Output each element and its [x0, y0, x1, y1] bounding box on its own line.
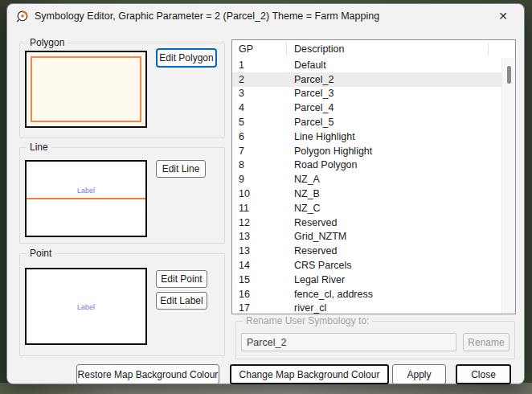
- close-icon[interactable]: ✕: [492, 7, 514, 25]
- scrollbar-thumb[interactable]: [507, 66, 511, 84]
- row-gp-cell: 7: [232, 146, 288, 157]
- row-gp-cell: 9: [232, 174, 288, 185]
- rename-input[interactable]: [241, 333, 456, 351]
- symbology-list[interactable]: GP Description 1 Default 2 Parcel_2 3 Pa…: [231, 39, 516, 314]
- table-row[interactable]: 11 NZ_C: [232, 201, 501, 215]
- row-description-cell: NZ_B: [288, 188, 501, 199]
- edit-point-button[interactable]: Edit Point: [156, 270, 207, 288]
- line-preview: Label: [25, 160, 147, 237]
- row-description-cell: Parcel_2: [288, 74, 501, 85]
- row-gp-cell: 5: [232, 117, 288, 128]
- rename-group-label: Rename User Symbology to:: [243, 315, 372, 326]
- row-description-cell: Legal River: [288, 274, 501, 285]
- window-title: Symbology Editor, Graphic Parameter = 2 …: [35, 4, 379, 28]
- line-symbol-swatch: [27, 198, 145, 199]
- apply-button[interactable]: Apply: [392, 364, 446, 384]
- point-group-label: Point: [27, 248, 55, 259]
- table-row[interactable]: 6 Line Highlight: [232, 129, 501, 144]
- row-gp-cell: 10: [232, 188, 288, 199]
- row-description-cell: Default: [288, 60, 501, 71]
- titlebar: Symbology Editor, Graphic Parameter = 2 …: [7, 4, 524, 28]
- polygon-preview: [25, 51, 147, 128]
- table-row[interactable]: 13 Reserved: [232, 244, 501, 258]
- row-gp-cell: 12: [232, 217, 288, 228]
- close-button[interactable]: Close: [456, 364, 511, 384]
- row-description-cell: NZ_A: [288, 174, 501, 185]
- table-row[interactable]: 7 Polygon Highlight: [232, 144, 501, 158]
- column-header-gp[interactable]: GP: [239, 40, 253, 58]
- row-description-cell: Line Highlight: [288, 131, 501, 142]
- row-gp-cell: 1: [232, 60, 288, 71]
- row-description-cell: Parcel_4: [288, 102, 501, 113]
- table-row[interactable]: 16 fence_cl, address: [232, 287, 501, 302]
- app-icon: [15, 10, 29, 23]
- table-row[interactable]: 12 Reserved: [232, 215, 501, 230]
- change-map-background-colour-button[interactable]: Change Map Background Colour: [230, 364, 389, 384]
- column-divider: [488, 43, 489, 55]
- row-gp-cell: 14: [232, 260, 288, 271]
- point-preview: Label: [25, 268, 147, 345]
- rename-group: Rename User Symbology to: Rename: [235, 321, 515, 359]
- line-group-label: Line: [27, 142, 51, 153]
- polygon-group-label: Polygon: [27, 37, 68, 48]
- table-row[interactable]: 4 Parcel_4: [232, 101, 501, 115]
- row-gp-cell: 8: [232, 159, 288, 170]
- row-gp-cell: 15: [232, 274, 288, 285]
- table-row[interactable]: 10 NZ_B: [232, 187, 501, 201]
- table-row[interactable]: 15 Legal River: [232, 273, 501, 287]
- row-gp-cell: 13: [232, 231, 288, 242]
- rename-button[interactable]: Rename: [463, 333, 509, 351]
- polygon-symbol-swatch: [31, 56, 141, 122]
- symbology-list-body: 1 Default 2 Parcel_2 3 Parcel_3 4 Parcel…: [232, 58, 501, 314]
- row-description-cell: Polygon Highlight: [288, 146, 501, 157]
- row-description-cell: Parcel_5: [288, 117, 501, 128]
- table-row[interactable]: 3 Parcel_3: [232, 87, 501, 101]
- list-scrollbar[interactable]: [501, 58, 515, 314]
- restore-map-background-colour-button[interactable]: Restore Map Background Colour: [76, 364, 219, 384]
- column-header-description[interactable]: Description: [294, 40, 345, 58]
- row-gp-cell: 13: [232, 245, 288, 257]
- column-divider: [286, 43, 287, 55]
- row-gp-cell: 4: [232, 102, 288, 113]
- table-row[interactable]: 13 Grid_NZTM: [232, 230, 501, 244]
- row-description-cell: Grid_NZTM: [288, 231, 501, 242]
- edit-label-button[interactable]: Edit Label: [156, 292, 207, 310]
- row-gp-cell: 6: [232, 131, 288, 142]
- row-gp-cell: 17: [232, 302, 288, 314]
- row-gp-cell: 16: [232, 289, 288, 300]
- table-row[interactable]: 17 river_cl: [232, 302, 501, 314]
- row-description-cell: fence_cl, address: [288, 289, 501, 300]
- symbology-editor-dialog: Symbology Editor, Graphic Parameter = 2 …: [6, 3, 525, 384]
- edit-line-button[interactable]: Edit Line: [156, 160, 206, 178]
- row-description-cell: Parcel_3: [288, 88, 501, 99]
- table-row[interactable]: 2 Parcel_2: [232, 72, 501, 87]
- row-gp-cell: 11: [232, 203, 288, 214]
- table-row[interactable]: 1 Default: [232, 58, 501, 72]
- table-row[interactable]: 14 CRS Parcels: [232, 258, 501, 273]
- point-preview-label: Label: [27, 303, 145, 311]
- row-description-cell: Road Polygon: [288, 159, 501, 170]
- table-row[interactable]: 8 Road Polygon: [232, 158, 501, 173]
- row-description-cell: river_cl: [288, 302, 501, 314]
- row-gp-cell: 2: [232, 74, 288, 85]
- edit-polygon-button[interactable]: Edit Polygon: [156, 48, 217, 68]
- row-description-cell: Reserved: [288, 217, 501, 228]
- row-description-cell: CRS Parcels: [288, 260, 501, 271]
- table-row[interactable]: 5 Parcel_5: [232, 115, 501, 129]
- line-preview-label: Label: [27, 187, 145, 195]
- row-description-cell: Reserved: [288, 245, 501, 257]
- row-description-cell: NZ_C: [288, 203, 501, 214]
- symbology-list-header: GP Description: [232, 40, 515, 58]
- table-row[interactable]: 9 NZ_A: [232, 172, 501, 187]
- row-gp-cell: 3: [232, 88, 288, 99]
